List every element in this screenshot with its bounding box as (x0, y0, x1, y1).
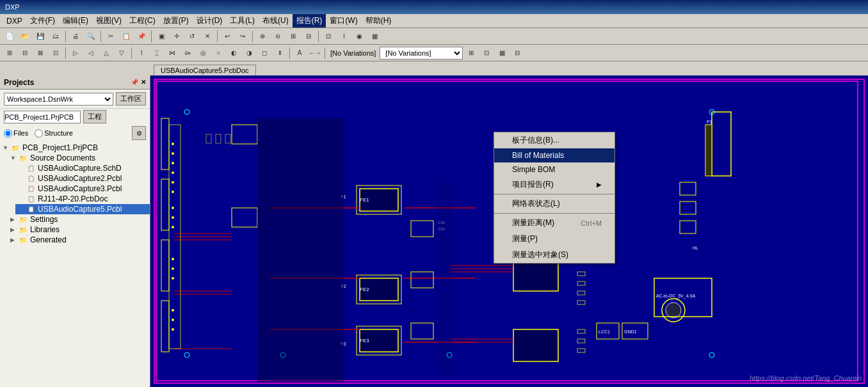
dd-board-info[interactable]: 板子信息(B)... (494, 132, 615, 148)
title-text: DXP (5, 3, 863, 11)
workspace-btn[interactable]: 工作区 (116, 92, 146, 106)
select-btn[interactable]: ▣ (154, 29, 168, 43)
menu-dxp[interactable]: DXP (3, 15, 26, 27)
undo-btn[interactable]: ↩ (220, 29, 234, 43)
tb2-route9[interactable]: ◻ (257, 46, 271, 60)
menu-tools[interactable]: 工具(L) (226, 14, 259, 28)
tb2-route6[interactable]: ○ (211, 46, 225, 60)
dd-project-report[interactable]: 项目报告(R) ▶ (494, 177, 615, 193)
delete-btn[interactable]: ✕ (200, 29, 214, 43)
sep2 (100, 31, 101, 42)
tb2-extra2[interactable]: ⊡ (479, 46, 494, 60)
dd-simple-bom[interactable]: Simple BOM (494, 162, 615, 177)
tree-file-2[interactable]: 📋 USBAudioCapture2.Pcbl (15, 173, 150, 184)
tb2-btn7[interactable]: △ (99, 46, 113, 60)
zoom-out-btn[interactable]: ⊖ (271, 29, 285, 43)
tb2-btn2[interactable]: ⊟ (18, 46, 32, 60)
tb2-route1[interactable]: ⌇ (134, 46, 149, 60)
tb2-btn3[interactable]: ⊠ (33, 46, 47, 60)
tb2-route5[interactable]: ◎ (196, 46, 210, 60)
tree-file-5[interactable]: 📋 USBAudioCapture5.Pcbl (15, 204, 150, 214)
save-all-btn[interactable]: 🗂 (49, 29, 63, 43)
tree-settings[interactable]: ▶ 📁 Settings (8, 214, 150, 225)
redo-btn[interactable]: ↪ (236, 29, 250, 43)
menu-edit[interactable]: 编辑(E) (59, 14, 92, 28)
tb2-extra1[interactable]: ⊞ (464, 46, 478, 60)
menu-project[interactable]: 工程(C) (125, 14, 159, 28)
svg-point-81 (172, 258, 174, 260)
menu-window[interactable]: 窗口(W) (326, 14, 361, 28)
menu-view[interactable]: 视图(V) (92, 14, 125, 28)
workspace-select[interactable]: Workspace1.DsnWrk (4, 93, 113, 106)
project-btn[interactable]: 工程 (83, 110, 106, 123)
tb2-route7[interactable]: ◐ (227, 46, 241, 60)
project-input[interactable] (4, 111, 81, 123)
zoom-fit-btn[interactable]: ⊞ (286, 29, 300, 43)
move-btn[interactable]: ✛ (170, 29, 184, 43)
tab-pcbdoc[interactable]: USBAudioCapture5.PcbDoc (154, 65, 256, 75)
settings-folder-icon: 📁 (18, 215, 28, 224)
panel-pin[interactable]: 📌 (131, 79, 138, 86)
menu-design[interactable]: 设计(D) (193, 14, 227, 28)
dd-measure-sel[interactable]: 测量选中对象(S) (494, 247, 615, 263)
save-btn[interactable]: 💾 (33, 29, 47, 43)
tb2-extra4[interactable]: ⊟ (510, 46, 524, 60)
menu-place[interactable]: 放置(P) (159, 14, 193, 28)
tb2-text[interactable]: A (293, 46, 307, 60)
radio-structure-input[interactable] (35, 129, 43, 138)
dd-measure[interactable]: 测量(P) (494, 231, 615, 247)
wire-btn[interactable]: ⌇ (337, 29, 351, 43)
tree-generated[interactable]: ▶ 📁 Generated (8, 235, 150, 245)
copy-btn[interactable]: 📋 (119, 29, 133, 43)
tree-file-4[interactable]: 📋 RJ11-4P-20.PcbDoc (15, 194, 150, 204)
tb2-dim[interactable]: ←→ (308, 46, 322, 60)
tb2-route4[interactable]: ⌲ (181, 46, 195, 60)
via-btn[interactable]: ◉ (352, 29, 366, 43)
tree-file-1[interactable]: 📋 USBAudioCapture.SchD (15, 163, 150, 173)
svg-point-25 (666, 303, 681, 318)
tree-libraries[interactable]: ▶ 📁 Libraries (8, 225, 150, 235)
panel-icon-btn[interactable]: ⚙ (132, 126, 146, 140)
no-variations-select[interactable]: [No Variations] (380, 47, 463, 59)
dd-netlist[interactable]: 网络表状态(L) (494, 196, 615, 212)
rotate-btn[interactable]: ↺ (185, 29, 199, 43)
new-btn[interactable]: 📄 (3, 29, 17, 43)
simple-bom-label: Simple BOM (512, 165, 555, 174)
tree-file-3[interactable]: 📋 USBAudioCapture3.Pcbl (15, 184, 150, 194)
tree-source-docs[interactable]: ▼ 📁 Source Documents (8, 153, 150, 163)
zoom-in-btn[interactable]: ⊕ (255, 29, 269, 43)
tb2-btn5[interactable]: ▷ (68, 46, 83, 60)
panel-close[interactable]: ✕ (141, 79, 146, 86)
copper-btn[interactable]: ▦ (367, 29, 382, 43)
radio-files-input[interactable] (4, 129, 12, 138)
print-btn[interactable]: 🖨 (68, 29, 83, 43)
dd-bom[interactable]: Bill of Materials (494, 148, 615, 162)
component-btn[interactable]: ⊡ (321, 29, 335, 43)
menu-reports[interactable]: 报告(R) (293, 14, 326, 28)
tb2-btn4[interactable]: ⊡ (49, 46, 63, 60)
radio-structure[interactable]: Structure (35, 129, 73, 138)
tb2-route2[interactable]: ⌶ (150, 46, 164, 60)
tree-file-2-label: USBAudioCapture2.Pcbl (38, 174, 122, 183)
tb2-extra3[interactable]: ▦ (495, 46, 509, 60)
menu-file[interactable]: 文件(F) (26, 14, 59, 28)
paste-btn[interactable]: 📌 (134, 29, 149, 43)
radio-files[interactable]: Files (4, 129, 28, 138)
tree-root[interactable]: ▼ 📁 PCB_Project1.PrjPCB (0, 143, 150, 153)
tb2-btn1[interactable]: ⊞ (3, 46, 17, 60)
menu-route[interactable]: 布线(U) (259, 14, 293, 28)
tb2-btn6[interactable]: ◁ (84, 46, 98, 60)
menu-help[interactable]: 帮助(H) (362, 14, 396, 28)
dd-measure-dist[interactable]: 测量距离(M) Ctrl+M (494, 215, 615, 231)
tb2-route8[interactable]: ◑ (242, 46, 256, 60)
zoom-sel-btn[interactable]: ⊟ (301, 29, 316, 43)
svg-point-75 (172, 171, 174, 174)
tb2-route3[interactable]: ⋈ (165, 46, 179, 60)
svg-text:AC-to-DC_5V_4.0A: AC-to-DC_5V_4.0A (656, 294, 695, 299)
tb2-btn8[interactable]: ▽ (115, 46, 129, 60)
search-btn[interactable]: 🔍 (84, 29, 98, 43)
open-btn[interactable]: 📂 (18, 29, 32, 43)
pcb-canvas-area[interactable]: FE1 FE2 FE3 (150, 75, 868, 387)
tb2-route10[interactable]: Ⅱ (273, 46, 287, 60)
cut-btn[interactable]: ✂ (104, 29, 118, 43)
